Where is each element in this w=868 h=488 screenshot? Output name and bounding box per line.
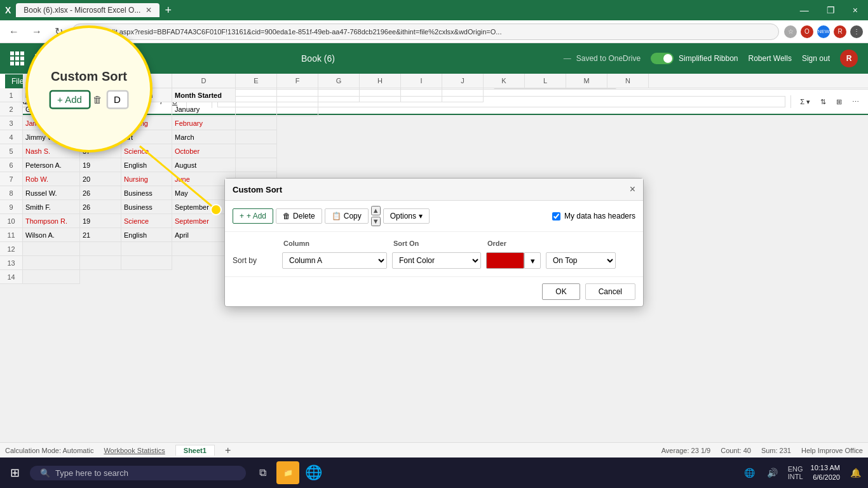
callout-title: Custom Sort [50,69,129,84]
color-swatch[interactable] [486,252,524,269]
callout-content: Custom Sort + Add 🗑 D [50,69,129,109]
move-up-btn[interactable]: ▲ [371,206,381,215]
callout-buttons: + Add 🗑 D [50,90,129,109]
task-view-btn[interactable]: ⧉ [251,461,274,484]
sort-content: Column Sort On Order Sort by Column A Fo… [225,232,643,276]
delete-level-btn[interactable]: 🗑 Delete [276,208,322,224]
trash-callout-icon: 🗑 [93,95,102,104]
column-select[interactable]: Column A [282,252,387,269]
taskbar-apps: ⧉ 📁 🌐 [251,461,325,484]
headers-label: My data has headers [564,212,635,220]
dialog-close-btn[interactable]: × [630,184,635,195]
color-picker: ▾ [486,252,541,269]
network-icon[interactable]: 🌐 [742,465,757,480]
callout-delete-btn[interactable]: D [105,90,128,109]
chrome-btn[interactable]: 🌐 [302,461,325,484]
move-down-btn[interactable]: ▼ [371,217,381,226]
add-level-btn[interactable]: + + Add [233,208,273,224]
headers-checkbox[interactable] [552,212,560,220]
dialog-title: Custom Sort [233,185,282,194]
delete-label: Delete [293,212,315,220]
callout-circle: Custom Sort + Add 🗑 D [25,25,153,152]
cancel-btn[interactable]: Cancel [585,283,635,300]
notification-icon[interactable]: 🔔 [848,465,863,480]
custom-sort-dialog: Custom Sort × + + Add 🗑 Delete 📋 Copy ▲ … [224,178,644,307]
dialog-toolbar: + + Add 🗑 Delete 📋 Copy ▲ ▼ Options ▾ [225,201,643,232]
ok-btn[interactable]: OK [542,283,580,300]
sort-on-select[interactable]: Font Color [392,252,481,269]
sort-column-headers: Column Sort On Order [233,240,635,247]
search-bar[interactable]: 🔍 Type here to search [30,466,246,480]
search-placeholder: Type here to search [55,468,128,478]
dialog-footer: OK Cancel [225,276,643,306]
time-display: 10:13 AM [811,463,840,473]
options-btn[interactable]: Options ▾ [383,208,430,224]
order-header: Order [487,240,506,247]
sort-arrows: ▲ ▼ [371,206,381,226]
start-btn[interactable]: ⊞ [5,463,25,482]
column-header: Column [283,240,388,247]
headers-checkbox-label[interactable]: My data has headers [552,212,635,220]
copy-icon: 📋 [332,212,341,220]
language-indicator: ENGINTL [788,465,803,480]
sort-on-header: Sort On [393,240,482,247]
dialog-title-bar: Custom Sort × [225,179,643,201]
chevron-options-icon: ▾ [419,212,423,220]
sort-by-label: Sort by [233,256,277,265]
trash-icon: 🗑 [283,212,290,220]
system-time[interactable]: 10:13 AM 6/6/2020 [811,463,840,483]
sort-row: Sort by Column A Font Color ▾ On Top [233,252,635,269]
copy-label: Copy [344,212,362,220]
date-display: 6/6/2020 [811,473,840,482]
taskbar: ⊞ 🔍 Type here to search ⧉ 📁 🌐 🌐 🔊 ENGINT… [0,458,868,488]
options-label: Options [390,212,416,220]
search-icon: 🔍 [40,468,50,478]
volume-icon[interactable]: 🔊 [765,465,780,480]
add-level-label: + Add [247,212,266,220]
file-explorer-btn[interactable]: 📁 [276,461,299,484]
callout-add-btn[interactable]: + Add [50,90,90,109]
taskbar-system-icons: 🌐 🔊 ENGINTL 10:13 AM 6/6/2020 🔔 [742,463,863,483]
color-dropdown-btn[interactable]: ▾ [524,252,541,269]
plus-icon: + [240,212,244,220]
copy-level-btn[interactable]: 📋 Copy [325,208,369,224]
order-select[interactable]: On Top [546,252,616,269]
